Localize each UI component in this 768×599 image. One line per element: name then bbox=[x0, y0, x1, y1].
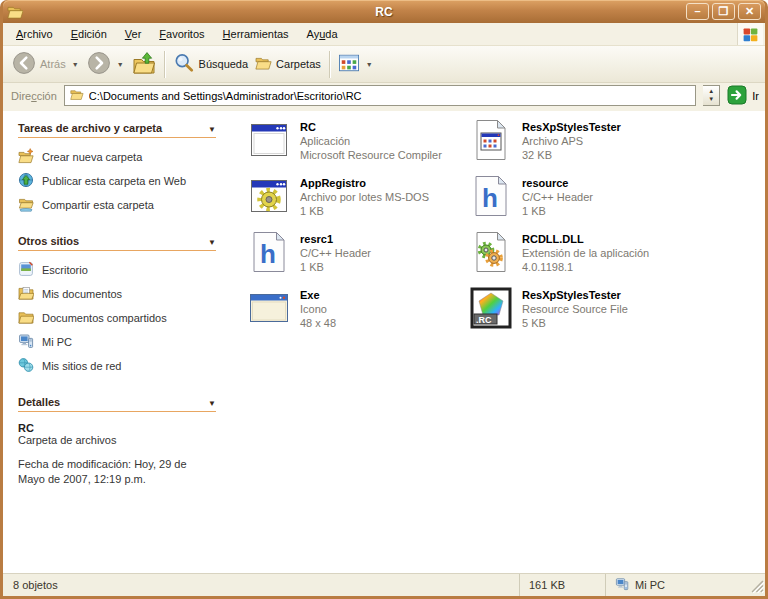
sidebar-item-label: Compartir esta carpeta bbox=[42, 199, 154, 211]
folders-button[interactable]: Carpetas bbox=[251, 53, 324, 75]
my-documents-icon bbox=[18, 285, 34, 303]
menu-item-favoritos[interactable]: Favoritos bbox=[150, 24, 213, 44]
file-tile-resxpstylestester[interactable]: .RCResXpStylesTesterResource Source File… bbox=[469, 286, 691, 342]
task-panel-detalles: Detalles▼RCCarpeta de archivosFecha de m… bbox=[18, 396, 216, 487]
sidebar-item-label: Documentos compartidos bbox=[42, 312, 167, 324]
dll-file-icon bbox=[469, 230, 513, 278]
menu-item-archivo[interactable]: Archivo bbox=[7, 24, 62, 44]
up-button[interactable] bbox=[129, 49, 159, 79]
go-button[interactable]: Ir bbox=[727, 85, 759, 107]
menu-item-ver[interactable]: Ver bbox=[116, 24, 151, 44]
forward-icon bbox=[87, 51, 111, 77]
h-file-icon: h bbox=[469, 174, 513, 222]
content-area: Tareas de archivo y carpeta▼Crear nueva … bbox=[3, 111, 765, 573]
minimize-button[interactable]: – bbox=[686, 3, 709, 20]
search-button[interactable]: Búsqueda bbox=[170, 50, 252, 78]
sidebar-item-mis-sitios-de-red[interactable]: Mis sitios de red bbox=[18, 357, 216, 375]
aps-file-icon bbox=[469, 118, 513, 166]
menu-item-herramientas[interactable]: Herramientas bbox=[214, 24, 298, 44]
chevron-down-icon[interactable]: ▼ bbox=[208, 399, 216, 408]
sidebar-item-documentos-compartidos[interactable]: Documentos compartidos bbox=[18, 309, 216, 327]
views-button[interactable]: ▼ bbox=[335, 51, 378, 77]
file-type: C/C++ Header bbox=[522, 190, 593, 204]
sidebar-item-mi-pc[interactable]: Mi PC bbox=[18, 333, 216, 351]
back-button[interactable]: Atrás ▼ bbox=[9, 49, 84, 79]
back-dropdown-icon[interactable]: ▼ bbox=[70, 61, 81, 68]
file-tile-appregistro[interactable]: AppRegistroArchivo por lotes MS-DOS1 KB bbox=[247, 174, 469, 230]
details-type: Carpeta de archivos bbox=[18, 434, 216, 446]
svg-text:h: h bbox=[260, 239, 276, 269]
sidebar-item-escritorio[interactable]: Escritorio bbox=[18, 261, 216, 279]
file-type: Archivo APS bbox=[522, 134, 621, 148]
menu-item-edicion[interactable]: Edición bbox=[62, 24, 116, 44]
file-tile-text: RCAplicaciónMicrosoft Resource Compiler bbox=[300, 118, 442, 162]
sidebar-item-label: Publicar esta carpeta en Web bbox=[42, 175, 186, 187]
panel-header[interactable]: Otros sitios▼ bbox=[18, 235, 216, 251]
address-dropdown-button[interactable]: ▲▼ bbox=[703, 85, 720, 106]
go-arrow-icon bbox=[727, 85, 747, 107]
files-area: RCAplicaciónMicrosoft Resource CompilerR… bbox=[235, 111, 765, 573]
file-tile-resrc1[interactable]: hresrc1C/C++ Header1 KB bbox=[247, 230, 469, 286]
panel-title: Detalles bbox=[18, 396, 60, 408]
sidebar-item-crear-nueva-carpeta[interactable]: Crear nueva carpeta bbox=[18, 148, 216, 166]
details-modified: Fecha de modificación: Hoy, 29 de Mayo d… bbox=[18, 457, 210, 487]
file-type: C/C++ Header bbox=[300, 246, 371, 260]
panel-header[interactable]: Tareas de archivo y carpeta▼ bbox=[18, 122, 216, 138]
task-panel-otros-sitios: Otros sitios▼EscritorioMis documentosDoc… bbox=[18, 235, 216, 375]
resize-grip[interactable] bbox=[750, 579, 764, 595]
file-detail: 1 KB bbox=[300, 204, 429, 218]
sidebar: Tareas de archivo y carpeta▼Crear nueva … bbox=[3, 111, 235, 573]
sidebar-item-publicar-esta-carpeta-en-web[interactable]: Publicar esta carpeta en Web bbox=[18, 172, 216, 190]
address-input[interactable]: C:\Documents and Settings\Administrador\… bbox=[64, 85, 696, 106]
new-folder-icon bbox=[18, 148, 34, 166]
h-file-icon: h bbox=[247, 230, 291, 278]
file-type: Extensión de la aplicación bbox=[522, 246, 649, 260]
status-zone: Mi PC bbox=[605, 574, 765, 596]
file-detail: Microsoft Resource Compiler bbox=[300, 148, 442, 162]
sidebar-item-label: Escritorio bbox=[42, 264, 88, 276]
status-objects: 8 objetos bbox=[3, 574, 519, 596]
views-dropdown-icon[interactable]: ▼ bbox=[364, 61, 375, 68]
menu-item-ayuda[interactable]: Ayuda bbox=[298, 24, 347, 44]
address-path[interactable]: C:\Documents and Settings\Administrador\… bbox=[89, 90, 362, 102]
toolbar: Atrás ▼ ▼ Búsqueda Carpetas ▼ bbox=[3, 46, 765, 83]
file-tile-rcdll-dll[interactable]: RCDLL.DLLExtensión de la aplicación4.0.1… bbox=[469, 230, 691, 286]
go-label: Ir bbox=[752, 90, 759, 102]
file-tile-resource[interactable]: hresourceC/C++ Header1 KB bbox=[469, 174, 691, 230]
sidebar-item-mis-documentos[interactable]: Mis documentos bbox=[18, 285, 216, 303]
file-name: resource bbox=[522, 176, 593, 190]
file-name: RC bbox=[300, 120, 442, 134]
icon-file-icon bbox=[247, 286, 291, 334]
folder-up-icon bbox=[132, 51, 156, 77]
file-tile-resxpstylestester[interactable]: ResXpStylesTesterArchivo APS32 KB bbox=[469, 118, 691, 174]
file-tile-rc[interactable]: RCAplicaciónMicrosoft Resource Compiler bbox=[247, 118, 469, 174]
folder-open-icon bbox=[7, 4, 23, 20]
share-folder-icon bbox=[18, 196, 34, 214]
search-label: Búsqueda bbox=[199, 58, 249, 70]
shared-documents-icon bbox=[18, 309, 34, 327]
file-name: ResXpStylesTester bbox=[522, 120, 621, 134]
file-type: Aplicación bbox=[300, 134, 442, 148]
file-detail: 5 KB bbox=[522, 316, 628, 330]
file-tile-text: ResXpStylesTesterResource Source File5 K… bbox=[522, 286, 628, 330]
toolbar-separator bbox=[164, 51, 165, 78]
file-tile-exe[interactable]: ExeIcono48 x 48 bbox=[247, 286, 469, 342]
file-detail: 1 KB bbox=[522, 204, 593, 218]
folders-label: Carpetas bbox=[276, 58, 321, 70]
file-name: resrc1 bbox=[300, 232, 371, 246]
sidebar-item-compartir-esta-carpeta[interactable]: Compartir esta carpeta bbox=[18, 196, 216, 214]
details-name: RC bbox=[18, 422, 216, 434]
maximize-button[interactable]: ❐ bbox=[712, 3, 735, 20]
forward-button[interactable]: ▼ bbox=[84, 49, 129, 79]
explorer-window: RC – ❐ ✕ ArchivoEdiciónVerFavoritosHerra… bbox=[0, 0, 768, 599]
batch-gear-icon bbox=[247, 174, 291, 222]
chevron-down-icon[interactable]: ▼ bbox=[208, 125, 216, 134]
forward-dropdown-icon[interactable]: ▼ bbox=[115, 61, 126, 68]
close-button[interactable]: ✕ bbox=[738, 3, 761, 20]
file-type: Resource Source File bbox=[522, 302, 628, 316]
chevron-down-icon[interactable]: ▼ bbox=[208, 238, 216, 247]
window-title: RC bbox=[3, 5, 765, 19]
windows-logo-icon bbox=[737, 23, 763, 45]
file-type: Archivo por lotes MS-DOS bbox=[300, 190, 429, 204]
panel-header[interactable]: Detalles▼ bbox=[18, 396, 216, 412]
